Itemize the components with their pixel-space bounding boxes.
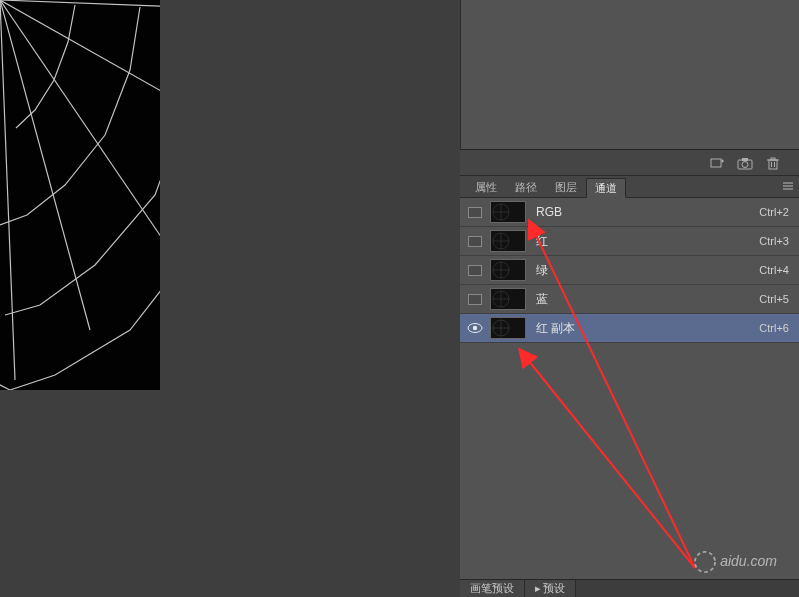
svg-point-39 xyxy=(695,552,715,572)
channel-name: 红 副本 xyxy=(536,320,759,337)
svg-rect-6 xyxy=(711,159,721,167)
channel-row-rgb[interactable]: RGB Ctrl+2 xyxy=(460,198,799,227)
svg-rect-12 xyxy=(769,160,777,169)
channel-thumb xyxy=(490,230,526,252)
watermark-logo-icon xyxy=(694,551,716,573)
svg-rect-10 xyxy=(742,158,748,161)
camera-icon[interactable] xyxy=(737,155,753,171)
tab-properties[interactable]: 属性 xyxy=(466,177,506,197)
panel-tabs: 属性 路径 图层 通道 xyxy=(460,176,799,198)
tab-brush-presets[interactable]: 画笔预设 xyxy=(460,580,525,597)
channel-name: 蓝 xyxy=(536,291,759,308)
svg-line-0 xyxy=(0,0,160,10)
svg-point-33 xyxy=(473,326,477,330)
watermark-text: aidu.com xyxy=(720,553,777,569)
tab-paths[interactable]: 路径 xyxy=(506,177,546,197)
visibility-toggle[interactable] xyxy=(468,294,482,305)
channel-shortcut: Ctrl+4 xyxy=(759,264,789,276)
channel-thumb xyxy=(490,259,526,281)
artwork-canvas xyxy=(0,0,160,390)
channel-shortcut: Ctrl+5 xyxy=(759,293,789,305)
new-adjustment-icon[interactable] xyxy=(709,155,725,171)
tab-presets[interactable]: ▸预设 xyxy=(525,580,576,597)
channel-thumb xyxy=(490,288,526,310)
bottom-presets-bar: 画笔预设 ▸预设 xyxy=(460,579,799,597)
svg-line-38 xyxy=(528,360,695,568)
trash-icon[interactable] xyxy=(765,155,781,171)
watermark: aidu.com xyxy=(694,551,777,573)
channels-panel: RGB Ctrl+2 红 Ctrl+3 绿 Ctrl+4 蓝 Ctrl+5 xyxy=(460,198,799,579)
channel-shortcut: Ctrl+6 xyxy=(759,322,789,334)
channel-thumb xyxy=(490,201,526,223)
channel-name: RGB xyxy=(536,205,759,219)
panel-actions-strip xyxy=(460,150,799,176)
presets-label: 预设 xyxy=(543,581,565,596)
channel-thumb xyxy=(490,317,526,339)
spiderweb-artwork xyxy=(0,0,160,390)
upper-docked-panel xyxy=(460,0,799,150)
visibility-toggle[interactable] xyxy=(468,236,482,247)
channel-shortcut: Ctrl+3 xyxy=(759,235,789,247)
tab-channels[interactable]: 通道 xyxy=(586,178,626,198)
svg-line-3 xyxy=(0,0,90,330)
channel-row-blue[interactable]: 蓝 Ctrl+5 xyxy=(460,285,799,314)
channel-name: 红 xyxy=(536,233,759,250)
svg-rect-14 xyxy=(771,158,775,160)
channel-row-red-copy[interactable]: 红 副本 Ctrl+6 xyxy=(460,314,799,343)
svg-line-4 xyxy=(0,0,15,380)
channel-shortcut: Ctrl+2 xyxy=(759,206,789,218)
svg-point-11 xyxy=(742,161,748,167)
canvas-area[interactable] xyxy=(0,0,460,597)
tab-layers[interactable]: 图层 xyxy=(546,177,586,197)
panel-menu-icon[interactable] xyxy=(781,179,795,193)
channel-row-red[interactable]: 红 Ctrl+3 xyxy=(460,227,799,256)
channel-name: 绿 xyxy=(536,262,759,279)
svg-line-1 xyxy=(0,0,160,130)
visibility-toggle[interactable] xyxy=(468,265,482,276)
channel-row-green[interactable]: 绿 Ctrl+4 xyxy=(460,256,799,285)
eye-icon[interactable] xyxy=(467,323,483,333)
visibility-toggle[interactable] xyxy=(468,207,482,218)
svg-line-2 xyxy=(0,0,160,250)
